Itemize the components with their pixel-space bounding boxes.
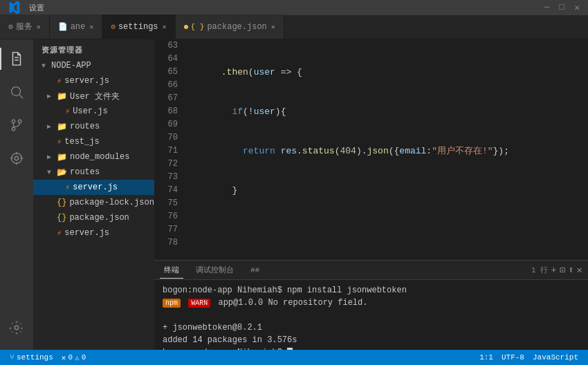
sidebar-label-server-1: server.js <box>64 76 109 86</box>
folder-icon-routes2: 📂 <box>57 167 67 178</box>
sidebar-item-node-app[interactable]: ▼ NODE-APP <box>33 58 154 73</box>
ln-66: 66 <box>154 79 178 92</box>
folder-arrow-modules: ▶ <box>47 153 54 161</box>
sidebar-label-server-active: server.js <box>73 182 118 192</box>
sidebar-item-server-js-1[interactable]: ▸ ⚡ server.js <box>33 73 154 88</box>
terminal-tabs: 终端 调试控制台 ## 1 行 + ⊡ ⬆ ✕ <box>154 261 588 280</box>
debug-activity-item[interactable] <box>0 142 33 175</box>
file-icon-server-active: ⚡ <box>65 182 70 193</box>
ln-75: 75 <box>154 197 178 210</box>
terminal-maximize-button[interactable]: ⬆ <box>568 264 573 276</box>
sidebar-item-package-lock[interactable]: ▸ {} package-lock.json <box>33 195 154 210</box>
tab-settings[interactable]: ⚙ settings ✕ <box>102 15 175 39</box>
maximize-button[interactable]: □ <box>556 2 567 13</box>
close-button[interactable]: ✕ <box>571 2 582 13</box>
status-line[interactable]: 1:1 <box>475 353 497 362</box>
line-numbers: 63 64 65 66 67 68 69 70 71 72 73 74 75 7… <box>154 39 183 260</box>
terminal-split-button[interactable]: ⊡ <box>560 264 565 276</box>
ln-76: 76 <box>154 210 178 223</box>
folder-icon-routes: 📁 <box>57 122 67 132</box>
settings-gear-activity-item[interactable] <box>0 311 33 344</box>
file-icon-package: {} <box>57 213 66 223</box>
sidebar-label-routes2: routes <box>70 167 100 177</box>
terminal-warn-text: app@1.0.0 No repository field. <box>218 298 367 308</box>
terminal-tab-terminal[interactable]: 终端 <box>160 262 183 279</box>
language-label: JavaScript <box>533 353 578 362</box>
terminal-line-5: added 14 packages in 3.576s <box>163 334 580 346</box>
folder-arrow-user: ▶ <box>47 92 54 100</box>
file-icon-test: ⚡ <box>57 137 62 147</box>
ln-67: 67 <box>154 92 178 105</box>
terminal-line-4: + jsonwebtoken@8.2.1 <box>163 321 580 334</box>
sidebar-label-package: package.json <box>69 213 129 223</box>
tab-package-json[interactable]: { } package.json ✕ <box>176 15 284 39</box>
encoding-label: UTF-8 <box>502 353 524 362</box>
file-icon-user-js: ⚡ <box>65 106 70 117</box>
file-arrow-user-js: ▸ <box>55 107 62 115</box>
status-encoding[interactable]: UTF-8 <box>497 353 529 362</box>
svg-point-4 <box>12 120 15 123</box>
code-content[interactable]: .then(user => { if(!user){ return res.st… <box>183 39 582 260</box>
sidebar-item-routes[interactable]: ▶ 📁 routes <box>33 119 154 134</box>
ln-64: 64 <box>154 53 178 66</box>
sidebar-item-user-folder[interactable]: ▶ 📁 User 文件夹 <box>33 88 154 104</box>
sidebar-label-routes: routes <box>70 122 100 131</box>
tab-label-4: package.json <box>207 22 266 32</box>
terminal-tab-hash[interactable]: ## <box>246 263 264 277</box>
git-icon: ⑂ <box>10 353 15 362</box>
ln-70: 70 <box>154 131 178 144</box>
tab-close-2[interactable]: ✕ <box>89 23 93 31</box>
sidebar-item-server-active[interactable]: ▸ ⚡ server.js <box>33 180 154 195</box>
tab-ane[interactable]: 📄 ane ✕ <box>50 15 103 39</box>
error-count: 0 <box>68 353 73 362</box>
svg-point-7 <box>12 153 22 164</box>
tab-close-1[interactable]: ✕ <box>37 23 41 31</box>
folder-arrow-routes2: ▼ <box>47 169 54 176</box>
sidebar-label-modules: node_modules <box>70 152 129 162</box>
sidebar-item-user-js[interactable]: ▸ ⚡ User.js <box>33 104 154 119</box>
terminal-tab-debug[interactable]: 调试控制台 <box>192 262 238 278</box>
svg-point-5 <box>18 120 21 123</box>
terminal-content: bogon:node-app Nihemiah$ npm install jso… <box>154 280 588 350</box>
npm-badge: npm <box>163 299 181 308</box>
tab-close-3[interactable]: ✕ <box>163 23 167 31</box>
gear-icon <box>9 320 24 335</box>
sidebar-item-routes2[interactable]: ▼ 📂 routes <box>33 165 154 180</box>
code-line-67 <box>189 223 582 236</box>
file-arrow-test: ▸ <box>47 138 54 146</box>
minimize-button[interactable]: ─ <box>542 2 553 13</box>
tab-close-4[interactable]: ✕ <box>271 23 275 31</box>
status-errors[interactable]: ✕ 0 ⚠ 0 <box>57 353 90 362</box>
sidebar-item-package-json[interactable]: ▸ {} package.json <box>33 210 154 225</box>
error-icon: ✕ <box>62 353 66 362</box>
terminal-add-button[interactable]: + <box>551 265 556 276</box>
code-line-63: .then(user => { <box>189 66 582 79</box>
sidebar: 资源管理器 ▼ NODE-APP ▸ ⚡ server.js ▶ 📁 User … <box>33 39 154 350</box>
scm-activity-item[interactable] <box>0 109 33 142</box>
tab-icon-1: ⚙ <box>8 22 13 31</box>
folder-icon-user: 📁 <box>57 91 67 102</box>
folder-label-node-app: NODE-APP <box>51 61 91 71</box>
status-branch[interactable]: ⑂ settings <box>6 353 57 362</box>
search-activity-item[interactable] <box>0 75 33 109</box>
terminal-line-2: npm WARN app@1.0.0 No repository field. <box>163 297 580 309</box>
vscode-logo <box>6 0 21 15</box>
tabs-bar: ⚙ 服务 ✕ 📄 ane ✕ ⚙ settings ✕ { } package.… <box>0 15 588 39</box>
sidebar-item-server-js-3[interactable]: ▸ ⚡ server.js <box>33 225 154 241</box>
status-right: 1:1 UTF-8 JavaScript <box>475 353 582 362</box>
code-line-64: if(!user){ <box>189 105 582 118</box>
sidebar-item-test-js[interactable]: ▸ ⚡ test_js <box>33 134 154 149</box>
status-language[interactable]: JavaScript <box>529 353 582 362</box>
sidebar-item-node-modules[interactable]: ▶ 📁 node_modules <box>33 149 154 165</box>
tab-modified-dot <box>184 25 188 29</box>
editor-scrollbar[interactable] <box>582 39 588 260</box>
terminal-line-1: bogon:node-app Nihemiah$ npm install jso… <box>163 284 580 297</box>
ln-68: 68 <box>154 105 178 118</box>
source-control-icon <box>9 118 24 133</box>
debug-icon <box>9 151 24 166</box>
tab-fu-wu[interactable]: ⚙ 服务 ✕ <box>0 15 50 39</box>
explorer-activity-item[interactable] <box>0 42 33 75</box>
ln-78: 78 <box>154 236 178 250</box>
terminal-output-2: added 14 packages in 3.576s <box>163 335 297 345</box>
terminal-close-button[interactable]: ✕ <box>577 264 582 276</box>
